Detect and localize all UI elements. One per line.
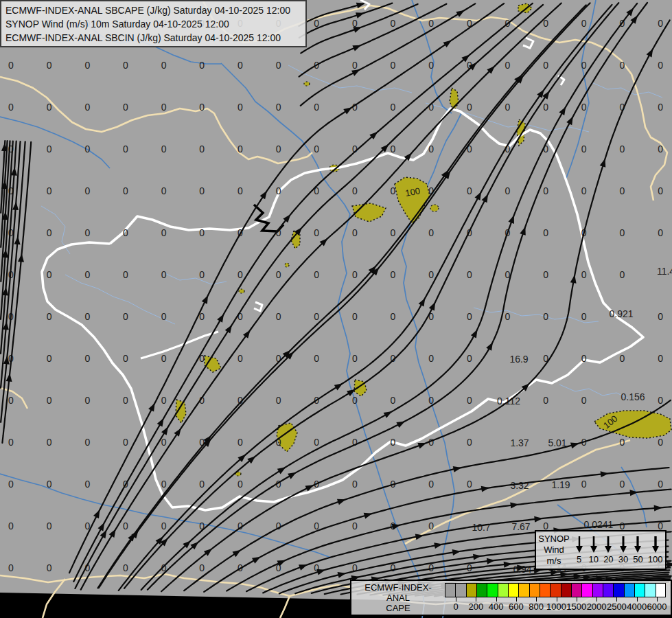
grid-value-label: 0 [658,185,663,196]
title-line-wind: SYNOP Wind (m/s) 10m Saturday 04-10-2025… [5,17,301,31]
map-background [0,0,672,618]
grid-value-label: 0 [467,437,472,448]
cape-legend-line1: ECMWF-INDEX-ANAL [354,582,442,603]
cape-color-cell [624,583,634,597]
grid-value-label: 0 [620,60,625,71]
grid-value-label: 0 [123,437,128,448]
grid-value-label: 0 [658,18,663,29]
grid-value-label: 0 [8,562,14,573]
grid-value-label: 0 [276,144,281,154]
grid-value-label: 0 [428,144,434,154]
grid-value-label: 0 [276,185,281,196]
grid-value-label: 0 [658,353,663,364]
grid-value-label: 0 [505,185,511,196]
grid-value-label: 0 [543,102,548,113]
grid-value-label: 0 [658,479,663,490]
cape-color-cell [656,583,666,597]
grid-value-label: 11.4 [657,266,672,277]
weather-map-app: 0000000000000000000000000000000000000000… [0,0,672,618]
cape-tick-label: 200 [468,602,483,612]
wind-legend-line3: m/s [547,556,561,566]
grid-value-label: 0 [543,227,548,238]
cape-area-small [285,263,289,267]
wind-speed-item: 5 [575,536,584,564]
grid-value-label: 0 [505,311,511,322]
grid-value-label: 0 [314,269,319,280]
down-arrow-icon [618,536,628,553]
grid-value-label: 0 [276,102,281,113]
grid-value-label: 0 [620,269,625,280]
cape-color-cell [518,583,529,597]
grid-value-label: 0 [8,102,14,113]
grid-value-label: 0 [352,311,358,322]
grid-value-label: 0 [658,311,663,322]
grid-value-label: 0 [123,60,128,71]
grid-value-label: 0 [467,185,472,196]
grid-value-label: 0 [543,185,548,196]
grid-value-label: 0 [161,269,167,280]
cape-legend: ECMWF-INDEX-ANAL CAPE J/kg 0200400600800… [350,580,672,616]
cape-color-cell [613,583,623,597]
grid-value-label: 0 [199,562,205,573]
cape-tick-label: 400 [489,602,504,612]
grid-value-label: 0 [47,311,52,322]
grid-value-label: 0 [391,185,396,196]
wind-speed-label: 30 [618,554,628,564]
grid-value-label: 0 [352,269,358,280]
grid-value-label: 0 [47,562,52,573]
grid-value-label: 0 [123,269,128,280]
weather-map-canvas: 0000000000000000000000000000000000000000… [0,0,672,618]
grid-value-label: 0 [84,479,90,490]
cape-color-cell [487,583,497,597]
grid-value-label: 0 [276,269,281,280]
grid-value-label: 0 [237,353,243,364]
wind-speed-item: 20 [603,536,613,564]
grid-value-label: 0 [199,269,205,280]
wind-legend-line1: SYNOP [538,534,570,545]
cape-color-cell [550,583,560,597]
wind-legend-line2: Wind [544,545,564,556]
cape-color-cell [508,583,518,597]
grid-value-label: 0 [428,479,434,490]
cape-tick-label: 2500 [607,602,627,612]
cape-tick-label: 800 [529,602,544,612]
grid-value-label: 0 [8,520,14,531]
grid-value-label: 0 [428,269,434,280]
grid-value-label: 0 [352,479,358,490]
grid-value-label: 1.19 [551,479,570,490]
grid-value-label: 0 [47,479,52,490]
grid-value-label: 0 [123,227,128,238]
grid-value-label: 0 [47,520,52,531]
cape-tick-label: 1500 [566,602,586,612]
grid-value-label: 1.37 [510,437,529,448]
down-arrow-icon [575,536,584,553]
grid-value-label: 0 [47,395,52,406]
grid-value-label: 0.0241 [584,519,614,530]
grid-value-label: 0 [47,185,52,196]
grid-value-label: 0 [428,18,434,29]
wind-speed-item: 100 [648,536,663,564]
grid-value-label: 0 [581,185,587,196]
wind-speed-label: 5 [577,554,581,564]
grid-value-label: 0 [391,269,396,280]
grid-value-label: 0 [84,227,90,238]
cape-area-small [304,82,310,86]
grid-value-label: 0 [84,311,90,322]
grid-value-label: 0 [123,102,128,113]
grid-value-label: 0 [581,18,587,29]
grid-value-label: 0 [658,60,663,71]
grid-value-label: 0 [276,60,281,71]
wind-speed-label: 50 [633,554,642,564]
grid-value-label: 0 [47,144,52,154]
grid-value-label: 0 [391,227,396,238]
grid-value-label: 0 [467,269,472,280]
grid-value-label: 0 [237,269,243,280]
cape-legend-title: ECMWF-INDEX-ANAL CAPE J/kg [354,582,442,618]
grid-value-label: 0 [84,395,90,406]
grid-value-label: 0 [391,144,396,154]
cape-color-cell [498,583,508,597]
grid-value-label: 0 [581,311,587,322]
grid-value-label: 0 [428,520,434,531]
grid-value-label: 0 [237,60,243,71]
grid-value-label: 0 [391,60,396,71]
